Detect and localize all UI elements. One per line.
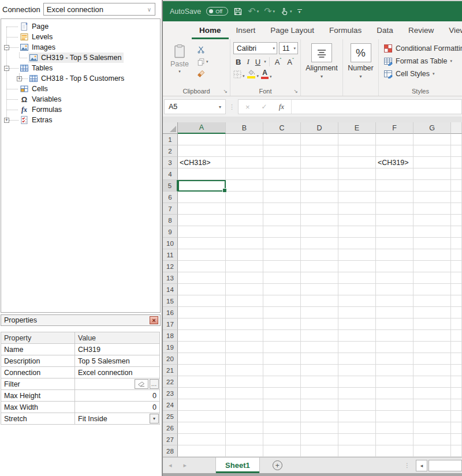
cell-E10[interactable] bbox=[338, 238, 376, 249]
cell-partial-2[interactable] bbox=[451, 145, 462, 157]
row-header-4[interactable]: 4 bbox=[163, 168, 178, 180]
cell-G10[interactable] bbox=[413, 238, 451, 249]
cell-E5[interactable] bbox=[338, 180, 376, 192]
cell-D15[interactable] bbox=[301, 295, 338, 307]
cell-D4[interactable] bbox=[301, 168, 338, 180]
cell-partial-25[interactable] bbox=[451, 411, 462, 422]
row-header-25[interactable]: 25 bbox=[163, 411, 178, 422]
cell-F21[interactable] bbox=[376, 365, 413, 376]
row-header-7[interactable]: 7 bbox=[163, 203, 178, 215]
cell-C9[interactable] bbox=[263, 226, 301, 238]
cell-G18[interactable] bbox=[413, 330, 451, 342]
cell-C25[interactable] bbox=[263, 411, 301, 422]
ribbon-tab-insert[interactable]: Insert bbox=[229, 21, 263, 39]
cell-F10[interactable] bbox=[376, 238, 413, 249]
cell-E25[interactable] bbox=[338, 411, 376, 422]
cell-F23[interactable] bbox=[376, 388, 413, 399]
row-header-24[interactable]: 24 bbox=[163, 399, 178, 411]
cell-partial-8[interactable] bbox=[451, 215, 462, 226]
conditional-formatting-button[interactable]: Conditional Formatting bbox=[383, 42, 462, 55]
cell-G28[interactable] bbox=[413, 445, 451, 457]
cell-partial-1[interactable] bbox=[451, 134, 462, 145]
cell-F4[interactable] bbox=[376, 168, 413, 180]
property-value[interactable]: Excel connection bbox=[75, 367, 160, 378]
cell-D12[interactable] bbox=[301, 261, 338, 272]
row-header-27[interactable]: 27 bbox=[163, 434, 178, 445]
format-as-table-button[interactable]: Format as Table ▾ bbox=[383, 55, 462, 68]
cell-partial-21[interactable] bbox=[451, 365, 462, 376]
cell-G4[interactable] bbox=[413, 168, 451, 180]
cell-G17[interactable] bbox=[413, 318, 451, 330]
cell-C14[interactable] bbox=[263, 284, 301, 295]
cell-A3[interactable]: <CH318> bbox=[178, 157, 226, 168]
select-all-corner[interactable] bbox=[163, 122, 178, 134]
tree-item-extras[interactable]: Extras bbox=[19, 115, 54, 125]
cell-A1[interactable] bbox=[178, 134, 226, 145]
cell-C16[interactable] bbox=[263, 307, 301, 318]
cell-D17[interactable] bbox=[301, 318, 338, 330]
alignment-button[interactable] bbox=[311, 43, 332, 62]
cell-E26[interactable] bbox=[338, 422, 376, 434]
cell-E16[interactable] bbox=[338, 307, 376, 318]
cell-E13[interactable] bbox=[338, 272, 376, 284]
cell-F2[interactable] bbox=[376, 145, 413, 157]
cell-G19[interactable] bbox=[413, 342, 451, 353]
ribbon-tab-review[interactable]: Review bbox=[401, 21, 441, 39]
cell-G3[interactable] bbox=[413, 157, 451, 168]
cell-F15[interactable] bbox=[376, 295, 413, 307]
cell-E23[interactable] bbox=[338, 388, 376, 399]
number-format-button[interactable]: % bbox=[351, 43, 371, 62]
cell-C28[interactable] bbox=[263, 445, 301, 457]
cell-D25[interactable] bbox=[301, 411, 338, 422]
cell-partial-3[interactable] bbox=[451, 157, 462, 168]
cell-F12[interactable] bbox=[376, 261, 413, 272]
tree-expander-plus-icon[interactable]: + bbox=[17, 76, 22, 81]
cell-B19[interactable] bbox=[226, 342, 263, 353]
cell-B3[interactable] bbox=[226, 157, 263, 168]
cell-C8[interactable] bbox=[263, 215, 301, 226]
italic-button[interactable]: I bbox=[244, 57, 251, 66]
chevron-down-icon[interactable]: ▾ bbox=[359, 74, 362, 79]
cell-C10[interactable] bbox=[263, 238, 301, 249]
cell-C6[interactable] bbox=[263, 192, 301, 203]
cell-G8[interactable] bbox=[413, 215, 451, 226]
cell-E2[interactable] bbox=[338, 145, 376, 157]
cell-B27[interactable] bbox=[226, 434, 263, 445]
tree-item-ch318-top-5-customers[interactable]: CH318 - Top 5 Customers bbox=[28, 73, 126, 84]
cell-C19[interactable] bbox=[263, 342, 301, 353]
cell-E8[interactable] bbox=[338, 215, 376, 226]
cell-F18[interactable] bbox=[376, 330, 413, 342]
row-header-2[interactable]: 2 bbox=[163, 145, 178, 157]
cell-partial-16[interactable] bbox=[451, 307, 462, 318]
tree-expander-minus-icon[interactable]: − bbox=[4, 45, 9, 50]
column-header-g[interactable]: G bbox=[413, 122, 451, 134]
cell-B18[interactable] bbox=[226, 330, 263, 342]
tree-expander-minus-icon[interactable]: − bbox=[4, 66, 9, 71]
row-header-10[interactable]: 10 bbox=[163, 238, 178, 249]
cell-B22[interactable] bbox=[226, 376, 263, 388]
row-header-21[interactable]: 21 bbox=[163, 365, 178, 376]
cell-A21[interactable] bbox=[178, 365, 226, 376]
property-value[interactable]: 0 bbox=[75, 402, 160, 413]
cell-A25[interactable] bbox=[178, 411, 226, 422]
cell-F26[interactable] bbox=[376, 422, 413, 434]
cell-G14[interactable] bbox=[413, 284, 451, 295]
format-painter-button[interactable] bbox=[197, 69, 208, 79]
cell-E24[interactable] bbox=[338, 399, 376, 411]
cell-F6[interactable] bbox=[376, 192, 413, 203]
cell-A8[interactable] bbox=[178, 215, 226, 226]
property-value[interactable]: CH319 bbox=[75, 344, 160, 355]
cell-F11[interactable] bbox=[376, 249, 413, 261]
tree-item-formulas[interactable]: fxFormulas bbox=[19, 104, 64, 115]
cell-E12[interactable] bbox=[338, 261, 376, 272]
cell-B24[interactable] bbox=[226, 399, 263, 411]
cell-partial-19[interactable] bbox=[451, 342, 462, 353]
cell-F9[interactable] bbox=[376, 226, 413, 238]
cell-C24[interactable] bbox=[263, 399, 301, 411]
column-header-d[interactable]: D bbox=[301, 122, 338, 134]
cell-A5[interactable] bbox=[178, 180, 226, 192]
cell-partial-9[interactable] bbox=[451, 226, 462, 238]
cell-E21[interactable] bbox=[338, 365, 376, 376]
chevron-down-icon[interactable]: ▾ bbox=[321, 74, 323, 79]
cell-B6[interactable] bbox=[226, 192, 263, 203]
